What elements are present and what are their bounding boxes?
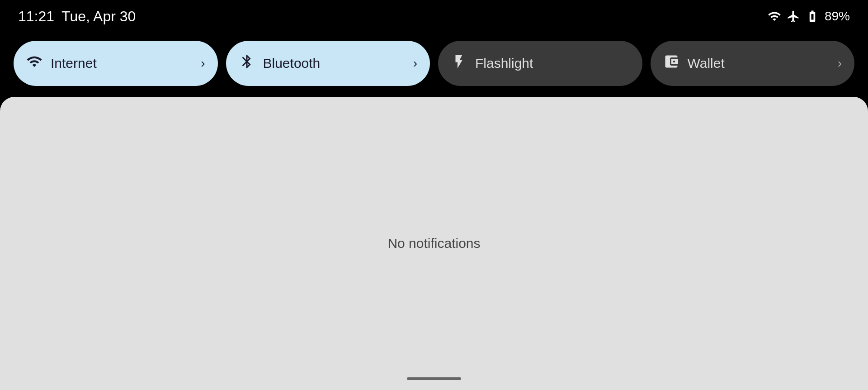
- internet-chevron: ›: [201, 56, 205, 71]
- flashlight-label: Flashlight: [475, 56, 630, 71]
- status-bar: 11:21 Tue, Apr 30 89%: [0, 0, 868, 33]
- bluetooth-icon: [239, 53, 255, 74]
- flashlight-icon: [451, 53, 467, 74]
- status-bar-left: 11:21 Tue, Apr 30: [18, 8, 136, 25]
- bottom-handle: [407, 377, 461, 380]
- bluetooth-label: Bluetooth: [263, 56, 405, 71]
- flashlight-tile[interactable]: Flashlight: [438, 41, 642, 86]
- internet-tile[interactable]: Internet ›: [14, 41, 218, 86]
- no-notifications-text: No notifications: [387, 236, 480, 251]
- battery-percentage: 89%: [825, 9, 850, 24]
- bluetooth-chevron: ›: [413, 56, 417, 71]
- battery-icon: [806, 10, 819, 23]
- bluetooth-tile[interactable]: Bluetooth ›: [226, 41, 430, 86]
- notification-area: No notifications: [0, 97, 868, 390]
- wallet-tile[interactable]: Wallet ›: [651, 41, 855, 86]
- wifi-status-icon: [768, 10, 781, 23]
- quick-settings-row: Internet › Bluetooth › Flashlight Wallet…: [0, 33, 868, 97]
- wallet-chevron: ›: [838, 56, 842, 71]
- wallet-icon: [663, 53, 679, 74]
- airplane-mode-icon: [787, 10, 800, 23]
- status-bar-right: 89%: [768, 9, 850, 24]
- date: Tue, Apr 30: [61, 8, 136, 25]
- wifi-icon: [26, 53, 42, 74]
- wallet-label: Wallet: [688, 56, 830, 71]
- internet-label: Internet: [51, 56, 193, 71]
- clock: 11:21: [18, 8, 54, 25]
